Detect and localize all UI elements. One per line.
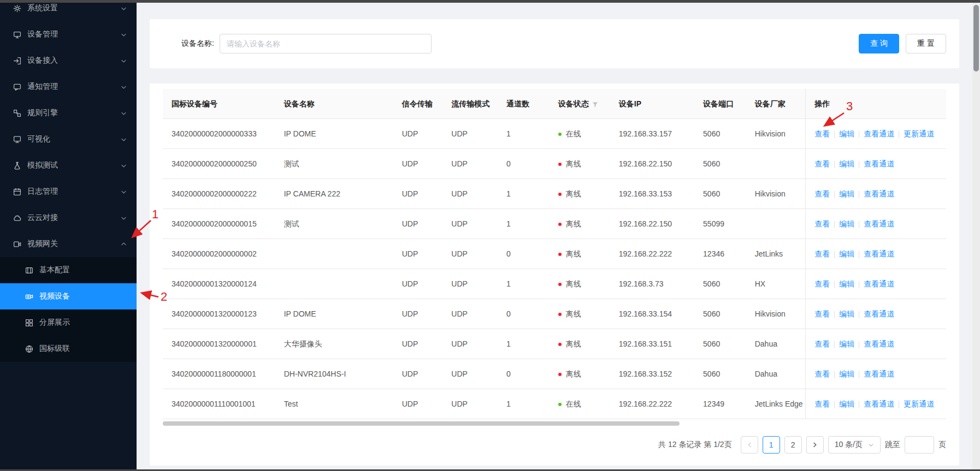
edit-link[interactable]: 编辑 [839,400,854,408]
view-link[interactable]: 查看 [814,249,830,258]
view-link[interactable]: 查看 [814,400,830,408]
sidebar-item-visualization[interactable]: 可视化 [0,126,137,152]
main-content: 设备名称: 查 询 重 置 国标设备编号设备名称信令传输流传输模式通道数设备状态… [137,3,972,469]
horizontal-scrollbar[interactable] [163,421,946,426]
vertical-scrollbar-thumb[interactable] [973,5,979,71]
chevron-down-icon [121,110,127,116]
sidebar-item-system-settings[interactable]: 系统设置 [0,3,137,21]
reset-button[interactable]: 重 置 [906,34,946,53]
sidebar-item-label: 设备管理 [27,29,115,39]
sidebar-item-rule-engine[interactable]: 规则引擎 [0,100,137,126]
edit-link[interactable]: 编辑 [839,279,854,288]
view-link[interactable]: 查看 [814,159,830,168]
edit-link[interactable]: 编辑 [839,219,854,228]
view-channels-link[interactable]: 查看通道 [864,129,894,138]
view-link[interactable]: 查看 [814,369,830,378]
sidebar-item-cloud-connection[interactable]: 云云对接 [0,205,137,231]
vertical-scrollbar[interactable] [972,3,980,469]
jump-page-input[interactable] [905,436,934,454]
view-link[interactable]: 查看 [814,279,830,288]
sidebar-item-gb-cascade[interactable]: 国标级联 [0,336,137,362]
horizontal-scrollbar-thumb[interactable] [163,421,680,426]
edit-link[interactable]: 编辑 [839,159,854,168]
cell-stream-mode: UDP [442,119,498,149]
sidebar-item-label: 基本配置 [39,265,127,275]
edit-link[interactable]: 编辑 [839,339,854,348]
prev-page-button[interactable] [741,436,758,454]
sidebar-item-video-gateway[interactable]: 视频网关 [0,231,137,257]
sidebar-item-label: 规则引擎 [27,108,115,118]
update-channels-link[interactable]: 更新通道 [904,129,934,138]
column-header-status: 设备状态 [550,89,610,119]
view-channels-link[interactable]: 查看通道 [864,159,894,168]
next-page-button[interactable] [806,436,824,454]
view-channels-link[interactable]: 查看通道 [864,279,894,288]
cell-device-ip: 192.168.22.222 [610,239,694,269]
device-table: 国标设备编号设备名称信令传输流传输模式通道数设备状态设备IP设备端口设备厂家操作… [163,89,946,419]
status-dot [558,403,562,406]
view-link[interactable]: 查看 [814,219,830,228]
device-name-input[interactable] [220,34,432,53]
view-link[interactable]: 查看 [814,339,830,348]
chevron-up-icon [121,241,127,247]
cell-device-ip: 192.168.33.154 [610,299,694,329]
action-divider [859,191,859,198]
view-channels-link[interactable]: 查看通道 [864,189,894,198]
pagination: 共 12 条记录 第 1/2页1210 条/页跳至页 [163,428,946,466]
cell-device-status: 离线 [550,209,610,239]
update-channels-link[interactable]: 更新通道 [904,400,934,408]
edit-link[interactable]: 编辑 [839,129,854,138]
sidebar-item-log-management[interactable]: 日志管理 [0,178,137,205]
column-header-ip: 设备IP [610,89,694,119]
edit-link[interactable]: 编辑 [839,309,854,318]
view-channels-link[interactable]: 查看通道 [864,219,894,228]
view-link[interactable]: 查看 [814,189,830,198]
visualization-icon [13,135,21,144]
sidebar-item-label: 系统设置 [27,3,115,13]
cell-device-name: IP DOME [275,119,393,149]
cell-stream-mode: UDP [442,209,498,239]
view-channels-link[interactable]: 查看通道 [864,339,894,348]
cell-device-name [275,269,393,299]
action-divider [859,161,859,168]
view-link[interactable]: 查看 [814,129,830,138]
status-dot [558,283,562,286]
action-divider [834,251,835,258]
sidebar-item-simulation-test[interactable]: 模拟测试 [0,152,137,178]
cell-signaling: UDP [393,179,443,209]
jump-label: 跳至 [885,440,900,450]
edit-link[interactable]: 编辑 [839,369,854,378]
chevron-down-icon [121,215,127,221]
sidebar-item-device-access[interactable]: 设备接入 [0,47,137,74]
view-channels-link[interactable]: 查看通道 [864,309,894,318]
table-row: 34020000001320000124UDPUDP1离线192.168.3.7… [163,269,946,299]
cell-device-port: 12346 [694,239,746,269]
view-link[interactable]: 查看 [814,309,830,318]
cell-device-ip: 192.168.33.157 [610,119,694,149]
sidebar-item-label: 可视化 [27,134,115,144]
sidebar-item-split-screen[interactable]: 分屏展示 [0,309,137,336]
view-channels-link[interactable]: 查看通道 [864,400,894,408]
sidebar-item-notification-management[interactable]: 通知管理 [0,74,137,100]
status-filter-icon[interactable] [592,102,598,108]
sidebar-item-device-management[interactable]: 设备管理 [0,21,137,47]
view-channels-link[interactable]: 查看通道 [864,369,894,378]
query-button[interactable]: 查 询 [859,34,899,53]
page-button-2[interactable]: 2 [784,436,802,454]
action-divider [834,311,835,318]
cell-stream-mode: UDP [442,389,498,419]
cell-channel-count: 0 [498,149,550,179]
sidebar-item-basic-config[interactable]: 基本配置 [0,257,137,283]
page-button-1[interactable]: 1 [763,436,780,454]
column-header-id: 国标设备编号 [163,89,275,119]
edit-link[interactable]: 编辑 [839,189,854,198]
edit-link[interactable]: 编辑 [839,249,854,258]
cell-device-ip: 192.168.22.222 [610,389,694,419]
column-header-name: 设备名称 [275,89,393,119]
action-divider [859,131,859,138]
column-header-actions: 操作 [806,89,946,119]
cell-device-port: 5060 [694,329,746,359]
page-size-select[interactable]: 10 条/页 [828,436,881,454]
sidebar-item-video-devices[interactable]: 视频设备 [0,283,137,309]
view-channels-link[interactable]: 查看通道 [864,249,894,258]
